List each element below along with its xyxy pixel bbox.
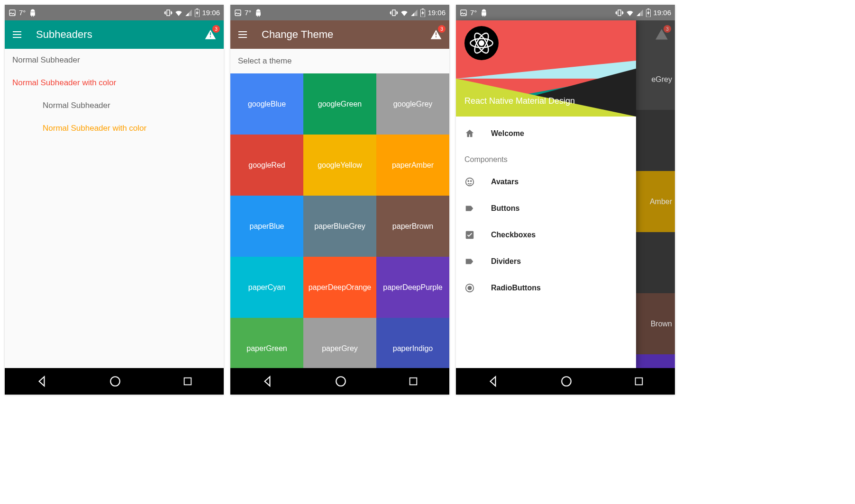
gallery-icon [234,9,242,17]
svg-rect-0 [9,10,15,16]
drawer-item-label: Welcome [491,129,524,138]
status-time: 19:06 [202,9,220,17]
home-button[interactable] [335,375,347,387]
wifi-icon [626,9,634,17]
label-icon [464,256,475,267]
menu-icon[interactable] [11,29,23,40]
svg-point-22 [468,286,471,289]
back-button[interactable] [261,375,273,387]
svg-rect-5 [235,10,241,16]
theme-swatch-paperBrown[interactable]: paperBrown [376,196,449,257]
gallery-icon [9,9,16,17]
phone-drawer: 7° 19:06 3 eGreyAmberBrownepPurpleIndigo [456,5,675,395]
signal-icon [185,9,192,17]
theme-swatch-googleBlue[interactable]: googleBlue [230,73,303,135]
svg-point-3 [110,377,120,386]
theme-swatch-paperBlue[interactable]: paperBlue [230,196,303,257]
subheader-item: Normal Subheader with color [5,72,224,94]
label-icon [464,203,475,214]
drawer-item-radiobuttons[interactable]: RadioButtons [456,275,636,301]
nav-bar [456,368,675,395]
svg-point-13 [479,41,483,45]
drawer-item-checkboxes[interactable]: Checkboxes [456,222,636,248]
drawer-list: Welcome Components AvatarsButtonsCheckbo… [456,117,636,305]
warning-icon[interactable]: 3 [204,28,217,41]
drawer-item-avatars[interactable]: Avatars [456,169,636,195]
warning-icon[interactable]: 3 [429,28,443,41]
subheader-item: Normal Subheader [5,94,224,117]
svg-point-19 [471,180,472,181]
theme-swatch-googleGrey[interactable]: googleGrey [376,73,449,135]
home-button[interactable] [560,375,573,387]
app-bar: Change Theme 3 [230,20,449,49]
theme-swatch-paperAmber[interactable]: paperAmber [376,135,449,196]
back-button[interactable] [36,375,48,387]
drawer-item-label: Buttons [491,204,519,213]
svg-point-18 [468,180,469,181]
vibrate-icon [164,9,173,17]
drawer-subheader: Components [456,147,636,169]
android-icon [254,9,263,17]
svg-rect-9 [410,378,417,385]
theme-swatch-googleYellow[interactable]: googleYellow [303,135,376,196]
status-bar: 7° 19:06 [230,5,449,20]
radio-icon [464,283,475,293]
theme-subheader: Select a theme [230,49,449,73]
recent-button[interactable] [408,376,418,387]
drawer-item-label: Dividers [491,257,521,266]
drawer-item-label: Avatars [491,178,518,186]
svg-rect-2 [197,9,199,9]
warning-icon: 3 [655,28,668,41]
drawer-item-welcome[interactable]: Welcome [456,120,636,147]
recent-button[interactable] [182,376,193,387]
recent-button[interactable] [634,376,644,387]
status-temp: 7° [245,9,251,17]
theme-swatch-googleGreen[interactable]: googleGreen [303,73,376,135]
status-time: 19:06 [653,9,671,17]
subheader-item: Normal Subheader with color [5,117,224,140]
home-button[interactable] [109,375,121,387]
badge-count: 3 [212,25,220,33]
signal-icon [410,9,418,17]
android-icon [28,9,37,17]
vibrate-icon [615,9,624,17]
theme-swatch-paperBlueGrey[interactable]: paperBlueGrey [303,196,376,257]
theme-swatch-paperDeepPurple[interactable]: paperDeepPurple [376,257,449,318]
svg-rect-24 [636,378,643,385]
theme-grid: googleBluegoogleGreengoogleGreygoogleRed… [230,73,449,379]
phone-change-theme: 7° 19:06 Change Theme 3 Select a theme g… [230,5,449,395]
home-icon [464,128,475,139]
status-bar: 7° 19:06 [5,5,224,20]
svg-point-8 [336,377,346,386]
badge-count: 3 [664,25,671,33]
theme-swatch-googleRed[interactable]: googleRed [230,135,303,196]
status-temp: 7° [19,9,26,17]
react-logo-icon [464,26,499,60]
nav-bar [230,368,449,395]
theme-swatch-paperDeepOrange[interactable]: paperDeepOrange [303,257,376,318]
vibrate-icon [390,9,398,17]
badge-count: 3 [438,25,446,33]
battery-icon [194,9,200,17]
drawer-title: React Native Material Design [464,96,575,106]
svg-rect-4 [184,378,191,385]
menu-icon[interactable] [237,29,248,40]
drawer-item-buttons[interactable]: Buttons [456,195,636,222]
android-icon [480,9,488,17]
nav-drawer: React Native Material Design Welcome Com… [456,20,636,368]
drawer-header: React Native Material Design [456,20,636,117]
subheader-item: Normal Subheader [5,49,224,72]
page-title: Subheaders [36,28,92,41]
svg-rect-12 [648,9,650,9]
phone-subheaders: 7° 19:06 Subheaders 3 Normal SubheaderNo… [5,5,224,395]
checkbox-icon [464,230,475,240]
theme-swatch-paperCyan[interactable]: paperCyan [230,257,303,318]
svg-point-17 [466,178,474,186]
back-button[interactable] [487,375,499,387]
nav-bar [5,368,224,395]
app-bar: Subheaders 3 [5,20,224,49]
drawer-item-dividers[interactable]: Dividers [456,248,636,275]
drawer-item-label: RadioButtons [491,284,541,292]
status-time: 19:06 [428,9,446,17]
subheader-list: Normal SubheaderNormal Subheader with co… [5,49,224,140]
